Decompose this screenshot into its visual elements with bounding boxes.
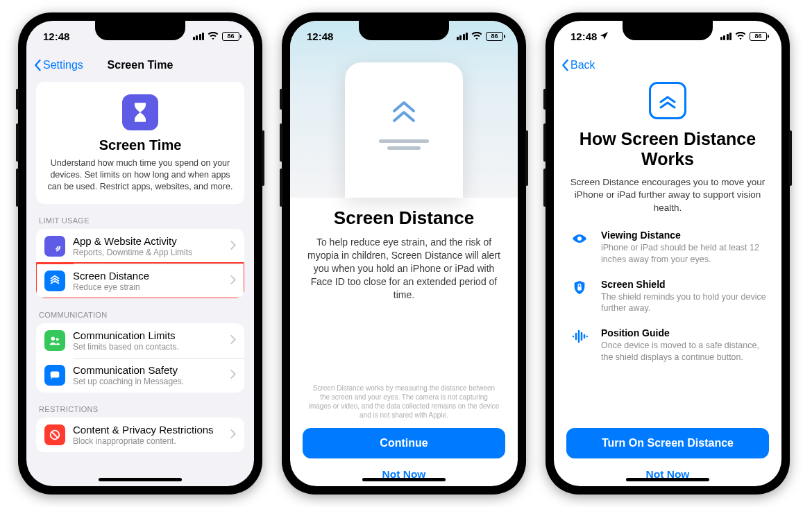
battery-icon: 86 (750, 32, 769, 41)
nav-title: Screen Time (108, 59, 174, 71)
page-title: How Screen Distance Works (568, 129, 768, 169)
activity-icon (44, 236, 65, 257)
svg-point-1 (52, 243, 58, 249)
eye-icon (569, 230, 590, 265)
status-time: 12:48 (307, 31, 333, 42)
svg-rect-7 (577, 286, 582, 291)
row-subtitle: Reduce eye strain (73, 282, 223, 292)
section-header-communication: COMMUNICATION (39, 311, 242, 319)
row-content-privacy[interactable]: Content & Privacy RestrictionsBlock inap… (36, 418, 244, 452)
phone-frame-1: 12:48 86 Settings Screen Time Screen Tim… (18, 12, 262, 495)
not-now-button[interactable]: Not Now (290, 458, 518, 486)
screen-distance-icon (649, 82, 686, 119)
hero-description: Understand how much time you spend on yo… (46, 157, 235, 193)
row-title: Communication Safety (73, 364, 223, 376)
not-now-button[interactable]: Not Now (554, 458, 781, 486)
list-communication: Communication LimitsSet limits based on … (36, 323, 244, 393)
svg-point-2 (51, 336, 55, 340)
wifi-icon (735, 32, 746, 40)
contacts-icon (44, 330, 65, 351)
turn-on-button[interactable]: Turn On Screen Distance (566, 428, 769, 458)
chevron-right-icon (230, 429, 236, 441)
back-button[interactable]: Settings (33, 59, 83, 71)
row-screen-distance[interactable]: Screen DistanceReduce eye strain (36, 264, 244, 298)
svg-point-6 (577, 237, 582, 241)
chevrons-up-icon (389, 98, 419, 129)
row-subtitle: Reports, Downtime & App Limits (73, 248, 223, 257)
wifi-icon (208, 32, 219, 40)
continue-button[interactable]: Continue (303, 428, 505, 458)
row-comm-safety[interactable]: Communication SafetySet up coaching in M… (36, 358, 244, 393)
home-indicator[interactable] (362, 478, 446, 481)
feature-description: Once device is moved to a safe distance,… (601, 340, 766, 363)
illustration: 12:48 86 (290, 21, 518, 198)
row-app-activity[interactable]: App & Website ActivityReports, Downtime … (36, 229, 244, 264)
feature-screen-shield: Screen ShieldThe shield reminds you to h… (569, 279, 766, 314)
hourglass-icon (122, 94, 158, 130)
wifi-icon (471, 32, 482, 40)
feature-position-guide: Position GuideOnce device is moved to a … (569, 327, 766, 363)
notch (359, 21, 449, 40)
status-time: 12:48 (43, 31, 69, 42)
feature-viewing-distance: Viewing DistanceiPhone or iPad should be… (569, 230, 766, 265)
row-subtitle: Set limits based on contacts. (73, 342, 223, 352)
onboarding-fineprint: Screen Distance works by measuring the d… (305, 384, 502, 428)
chevron-right-icon (230, 240, 236, 252)
illustration-device (345, 62, 463, 198)
notch (95, 21, 185, 40)
onboarding-title: Screen Distance (305, 207, 502, 229)
feature-description: iPhone or iPad should be held at least 1… (601, 242, 766, 265)
cellular-icon (720, 33, 732, 40)
list-usage: App & Website ActivityReports, Downtime … (36, 229, 244, 298)
back-button[interactable]: Back (561, 59, 595, 71)
phone-frame-3: 12:48 86 Back How Screen Distance Works … (545, 12, 790, 495)
svg-rect-4 (51, 371, 60, 377)
home-indicator[interactable] (99, 478, 182, 481)
row-title: Content & Privacy Restrictions (73, 424, 223, 436)
hero-title: Screen Time (46, 137, 235, 153)
phone-frame-2: 12:48 86 Screen Distance To help reduce … (282, 12, 526, 495)
chevron-right-icon (230, 275, 236, 287)
chevron-left-icon (561, 59, 569, 71)
waveform-icon (569, 327, 590, 363)
message-shield-icon (44, 365, 65, 386)
status-time: 12:48 (570, 31, 597, 42)
back-label: Settings (43, 59, 83, 71)
feature-description: The shield reminds you to hold your devi… (601, 291, 766, 314)
feature-list: Viewing DistanceiPhone or iPad should be… (554, 214, 781, 428)
section-header-usage: LIMIT USAGE (39, 216, 242, 225)
cellular-icon (193, 33, 205, 40)
feature-title: Screen Shield (601, 279, 766, 290)
location-icon (600, 31, 609, 42)
row-comm-limits[interactable]: Communication LimitsSet limits based on … (36, 323, 244, 358)
block-icon (44, 424, 65, 445)
chevron-right-icon (230, 369, 236, 381)
shield-icon (569, 279, 590, 314)
feature-title: Viewing Distance (601, 230, 766, 241)
chevron-left-icon (33, 59, 42, 71)
onboarding-description: To help reduce eye strain, and the risk … (305, 236, 502, 301)
back-label: Back (570, 59, 595, 71)
hero-card: Screen Time Understand how much time you… (36, 82, 244, 204)
page-description: Screen Distance encourages you to move y… (568, 176, 768, 215)
feature-title: Position Guide (601, 327, 766, 338)
chevron-right-icon (230, 334, 236, 347)
cellular-icon (457, 33, 468, 40)
row-title: Communication Limits (73, 329, 223, 341)
battery-icon: 86 (222, 32, 242, 41)
distance-icon (44, 270, 65, 291)
list-restrictions: Content & Privacy RestrictionsBlock inap… (36, 418, 244, 452)
notch (623, 21, 713, 40)
home-indicator[interactable] (626, 478, 709, 481)
battery-icon: 86 (486, 32, 505, 41)
row-subtitle: Block inappropriate content. (73, 436, 223, 446)
svg-point-3 (56, 338, 59, 341)
row-subtitle: Set up coaching in Messages. (73, 377, 223, 386)
section-header-restrictions: RESTRICTIONS (39, 405, 242, 413)
row-title: Screen Distance (73, 270, 223, 282)
nav-bar: Settings Screen Time (26, 51, 254, 79)
row-title: App & Website Activity (73, 235, 223, 247)
nav-bar: Back (554, 51, 781, 79)
